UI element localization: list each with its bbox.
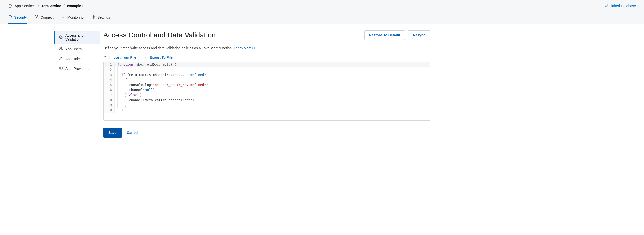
resync-button[interactable]: Resync bbox=[408, 30, 430, 40]
code-line: 10 } bbox=[104, 108, 430, 113]
code-token: channel( bbox=[129, 88, 145, 92]
page-title: Access Control and Data Validation bbox=[103, 31, 216, 39]
code-token: } bbox=[125, 93, 127, 97]
code-line: 1 function (doc, oldDoc, meta) {▾ bbox=[104, 62, 430, 67]
line-number: 1 bbox=[104, 62, 115, 67]
connect-icon bbox=[35, 15, 39, 20]
users-icon bbox=[59, 46, 63, 51]
cancel-button[interactable]: Cancel bbox=[127, 131, 138, 135]
line-number: 4 bbox=[104, 77, 115, 82]
download-icon bbox=[143, 55, 147, 59]
monitoring-icon bbox=[61, 15, 65, 20]
code-token: ) bbox=[206, 83, 208, 87]
restore-default-button[interactable]: Restore To Default bbox=[364, 30, 405, 40]
sidebar-item-app-roles[interactable]: App Roles bbox=[54, 54, 100, 64]
tab-security[interactable]: Security bbox=[8, 12, 27, 24]
svg-point-3 bbox=[37, 16, 38, 16]
code-line: 9 } bbox=[104, 103, 430, 108]
svg-point-8 bbox=[60, 57, 61, 58]
code-token: function bbox=[117, 63, 133, 66]
import-from-file-button[interactable]: Import from File bbox=[103, 55, 136, 59]
check-circle-icon bbox=[59, 35, 63, 40]
breadcrumb-root[interactable]: App Services bbox=[15, 4, 35, 8]
tab-label: Settings bbox=[97, 15, 110, 19]
role-icon bbox=[59, 56, 63, 61]
app-services-icon bbox=[8, 4, 12, 8]
tab-label: Security bbox=[14, 15, 27, 19]
shield-icon bbox=[8, 15, 12, 20]
fold-handle[interactable]: ▾ bbox=[427, 63, 429, 68]
code-token: (meta.xattrs.channelXattr bbox=[125, 73, 178, 77]
code-token: channel(meta.xattrs.channelXattr) bbox=[129, 98, 194, 102]
tab-connect[interactable]: Connect bbox=[35, 12, 54, 24]
line-number: 6 bbox=[104, 87, 115, 92]
sidebar-item-label: App Roles bbox=[65, 57, 82, 61]
line-number: 2 bbox=[104, 67, 115, 72]
line-number: 10 bbox=[104, 108, 115, 113]
tab-settings[interactable]: Settings bbox=[91, 12, 110, 24]
line-number: 8 bbox=[104, 98, 115, 103]
description-text: Define your read/write access and data v… bbox=[103, 46, 234, 50]
breadcrumb: App Services / TestService / example1 bbox=[8, 4, 83, 8]
breadcrumb-separator: / bbox=[64, 4, 65, 8]
sidebar-item-label: Auth Providers bbox=[65, 67, 89, 71]
save-button[interactable]: Save bbox=[103, 128, 122, 138]
code-token: console.log( bbox=[129, 83, 153, 87]
breadcrumb-page[interactable]: example1 bbox=[67, 4, 83, 8]
code-line: 6 channel(null) bbox=[104, 87, 430, 92]
linked-database-link[interactable]: Linked Database bbox=[604, 4, 636, 8]
code-line: 8 channel(meta.xattrs.channelXattr) bbox=[104, 98, 430, 103]
upload-icon bbox=[103, 55, 107, 59]
svg-point-6 bbox=[60, 47, 61, 49]
tab-monitoring[interactable]: Monitoring bbox=[61, 12, 84, 24]
code-token: } bbox=[125, 103, 127, 107]
svg-point-5 bbox=[93, 16, 94, 17]
code-token: else bbox=[129, 93, 137, 97]
tabs: Security Connect Monitoring Settings bbox=[0, 12, 644, 24]
svg-point-1 bbox=[605, 4, 607, 5]
linked-database-label: Linked Database bbox=[609, 4, 636, 8]
code-token: null bbox=[145, 88, 153, 92]
learn-more-link[interactable]: Learn More bbox=[234, 46, 255, 50]
code-token: { bbox=[137, 93, 141, 97]
gear-icon bbox=[91, 15, 95, 20]
breadcrumb-separator: / bbox=[38, 4, 39, 8]
code-line: 3 if (meta.xattrs.channelXattr === undef… bbox=[104, 72, 430, 77]
code-line: 4 { bbox=[104, 77, 430, 82]
code-token bbox=[184, 73, 186, 77]
description: Define your read/write access and data v… bbox=[103, 46, 430, 50]
export-to-file-button[interactable]: Export To File bbox=[143, 55, 173, 59]
sidebar-item-label: Access and Validation bbox=[65, 33, 96, 41]
svg-rect-0 bbox=[9, 4, 11, 7]
sidebar-item-label: App Users bbox=[65, 47, 82, 51]
code-token: === bbox=[179, 73, 184, 77]
line-number: 5 bbox=[104, 82, 115, 87]
breadcrumb-service[interactable]: TestService bbox=[41, 4, 61, 8]
code-token: (doc, oldDoc, meta) { bbox=[133, 63, 177, 66]
line-number: 7 bbox=[104, 92, 115, 98]
code-token: if bbox=[121, 73, 125, 77]
svg-point-7 bbox=[61, 47, 62, 48]
line-number: 3 bbox=[104, 72, 115, 77]
svg-point-4 bbox=[36, 18, 37, 18]
code-token: undefined bbox=[186, 73, 204, 77]
code-line: 7 } else { bbox=[104, 92, 430, 98]
code-token: ) bbox=[204, 73, 206, 77]
export-label: Export To File bbox=[150, 55, 173, 59]
learn-more-label: Learn More bbox=[234, 46, 252, 50]
sidebar-item-app-users[interactable]: App Users bbox=[54, 44, 100, 54]
code-line: 5 console.log("no user_xattr_key defined… bbox=[104, 82, 430, 87]
tab-label: Connect bbox=[41, 15, 54, 19]
line-number: 9 bbox=[104, 103, 115, 108]
code-editor[interactable]: 1 function (doc, oldDoc, meta) {▾ 2 3 if… bbox=[103, 62, 430, 121]
tab-label: Monitoring bbox=[67, 15, 84, 19]
id-card-icon bbox=[59, 66, 63, 71]
side-nav: Access and Validation App Users App Role… bbox=[54, 30, 100, 148]
sidebar-item-access-validation[interactable]: Access and Validation bbox=[54, 31, 100, 44]
sidebar-item-auth-providers[interactable]: Auth Providers bbox=[54, 64, 100, 74]
svg-point-2 bbox=[35, 16, 36, 16]
external-link-icon bbox=[252, 46, 255, 50]
import-label: Import from File bbox=[109, 55, 136, 59]
code-token: "no user_xattr_key defined" bbox=[153, 83, 206, 87]
code-token: ) bbox=[153, 88, 155, 92]
